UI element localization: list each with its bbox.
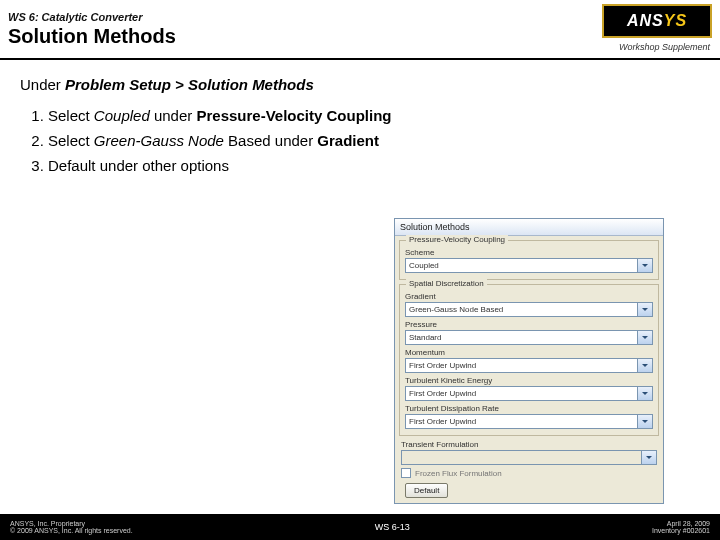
step1-c: under (150, 107, 197, 124)
tke-value: First Order Upwind (409, 389, 476, 398)
step1-b: Coupled (94, 107, 150, 124)
chevron-down-icon (637, 415, 652, 428)
step-1: Select Coupled under Pressure-Velocity C… (48, 107, 700, 124)
group1-label: Pressure-Velocity Coupling (406, 235, 508, 244)
pressure-label: Pressure (405, 320, 653, 329)
footer-inventory: Inventory #002601 (652, 527, 710, 534)
slide-header: WS 6: Catalytic Converter Solution Metho… (0, 0, 720, 60)
chk1-label: Frozen Flux Formulation (415, 469, 502, 478)
under-prefix: Under (20, 76, 65, 93)
chevron-down-icon (637, 303, 652, 316)
group-pv-coupling: Pressure-Velocity Coupling Scheme Couple… (399, 240, 659, 280)
chevron-down-icon (637, 387, 652, 400)
scheme-label: Scheme (405, 248, 653, 257)
ansys-logo: ANSYS (602, 4, 712, 38)
logo-text-b: YS (664, 12, 687, 30)
scheme-dropdown[interactable]: Coupled (405, 258, 653, 273)
step2-c: Based under (224, 132, 317, 149)
tdr-label: Turbulent Dissipation Rate (405, 404, 653, 413)
step2-a: Select (48, 132, 94, 149)
footer-left2: © 2009 ANSYS, Inc. All rights reserved. (10, 527, 133, 534)
default-button[interactable]: Default (405, 483, 448, 498)
scheme-value: Coupled (409, 261, 439, 270)
supplement-label: Workshop Supplement (619, 42, 710, 52)
panel-lower: Transient Formulation Frozen Flux Formul… (395, 440, 663, 503)
step-3: Default under other options (48, 157, 700, 174)
chevron-down-icon (637, 359, 652, 372)
group2-label: Spatial Discretization (406, 279, 487, 288)
momentum-label: Momentum (405, 348, 653, 357)
transient-label: Transient Formulation (401, 440, 657, 449)
tke-dropdown[interactable]: First Order Upwind (405, 386, 653, 401)
slide-number: WS 6-13 (375, 522, 410, 532)
pressure-dropdown[interactable]: Standard (405, 330, 653, 345)
tke-label: Turbulent Kinetic Energy (405, 376, 653, 385)
slide-footer: ANSYS, Inc. Proprietary © 2009 ANSYS, In… (0, 514, 720, 540)
footer-date: April 28, 2009 (652, 520, 710, 527)
pressure-value: Standard (409, 333, 441, 342)
tdr-value: First Order Upwind (409, 417, 476, 426)
group-spatial-disc: Spatial Discretization Gradient Green-Ga… (399, 284, 659, 436)
panel-title: Solution Methods (395, 219, 663, 236)
gradient-dropdown[interactable]: Green-Gauss Node Based (405, 302, 653, 317)
frozenflux-row[interactable]: Frozen Flux Formulation (401, 468, 657, 478)
transient-dropdown (401, 450, 657, 465)
gradient-label: Gradient (405, 292, 653, 301)
chevron-down-icon (637, 331, 652, 344)
step2-d: Gradient (317, 132, 379, 149)
chevron-down-icon (641, 451, 656, 464)
step2-b: Green-Gauss Node (94, 132, 224, 149)
gradient-value: Green-Gauss Node Based (409, 305, 503, 314)
under-path: Problem Setup > Solution Methods (65, 76, 314, 93)
footer-left: ANSYS, Inc. Proprietary © 2009 ANSYS, In… (10, 520, 133, 534)
solution-methods-panel: Solution Methods Pressure-Velocity Coupl… (394, 218, 664, 504)
chevron-down-icon (637, 259, 652, 272)
breadcrumb-line: Under Problem Setup > Solution Methods (20, 76, 700, 93)
checkbox-icon (401, 468, 411, 478)
footer-left1: ANSYS, Inc. Proprietary (10, 520, 133, 527)
step-2: Select Green-Gauss Node Based under Grad… (48, 132, 700, 149)
tdr-dropdown[interactable]: First Order Upwind (405, 414, 653, 429)
slide-content: Under Problem Setup > Solution Methods S… (0, 60, 720, 192)
step1-d: Pressure-Velocity Coupling (196, 107, 391, 124)
logo-text-a: ANS (627, 12, 664, 30)
step1-a: Select (48, 107, 94, 124)
footer-right: April 28, 2009 Inventory #002601 (652, 520, 710, 534)
momentum-value: First Order Upwind (409, 361, 476, 370)
steps-list: Select Coupled under Pressure-Velocity C… (20, 107, 700, 174)
momentum-dropdown[interactable]: First Order Upwind (405, 358, 653, 373)
